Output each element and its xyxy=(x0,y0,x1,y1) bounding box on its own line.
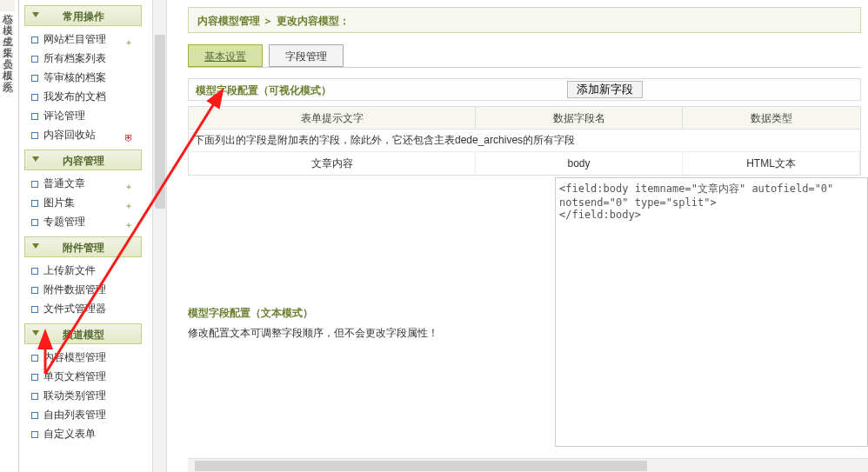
sidebar-group-attach[interactable]: 附件管理 xyxy=(24,236,142,257)
sidebar-item-label: 等审核的档案 xyxy=(43,71,106,83)
sidebar-item-label: 内容回收站 xyxy=(43,129,96,141)
scrollbar-horizontal[interactable] xyxy=(188,458,868,472)
grid-header-type: 数据类型 xyxy=(683,107,860,130)
sidebar-group-label: 附件管理 xyxy=(63,242,104,254)
sidebar-item-model-mgmt[interactable]: 内容模型管理 xyxy=(31,348,142,367)
sidebar-group-label: 内容管理 xyxy=(63,155,104,167)
sidebar-group-label: 常用操作 xyxy=(63,10,104,23)
sidebar-item-linkage[interactable]: 联动类别管理 xyxy=(31,386,142,405)
sidebar-item-upload[interactable]: 上传新文件 xyxy=(31,261,142,280)
sidebar-group-common[interactable]: 常用操作 xyxy=(24,5,142,26)
grid-cell-label: 文章内容 xyxy=(189,152,476,175)
sidebar-item-label: 专题管理 xyxy=(43,216,85,228)
sidebar-item-label: 自定义表单 xyxy=(43,428,96,440)
plus-icon: ＋ xyxy=(124,196,135,207)
sidebar-item-label: 上传新文件 xyxy=(43,264,96,276)
sidebar-item-label: 评论管理 xyxy=(43,110,85,122)
vertical-nav: 核心 模块 生成 采集 会员 模板 系统 xyxy=(0,0,19,472)
vnav-item[interactable]: 系统 xyxy=(0,68,15,79)
grid-cell-name: body xyxy=(476,152,683,175)
plus-icon: ＋ xyxy=(124,216,135,226)
tabs: 基本设置 字段管理 xyxy=(188,43,861,68)
chevron-down-icon xyxy=(32,156,39,162)
grid-header-name: 数据字段名 xyxy=(476,107,683,130)
visual-config-bar: 模型字段配置（可视化模式） 添加新字段 xyxy=(188,78,861,101)
vnav-item[interactable]: 核心 xyxy=(0,0,15,11)
chevron-down-icon xyxy=(32,243,39,249)
grid-note: 下面列出的字段是附加表的字段，除此外，它还包含主表dede_archives的所… xyxy=(189,130,860,152)
sidebar-item-label: 我发布的文档 xyxy=(43,90,106,103)
sidebar-item-label: 自由列表管理 xyxy=(43,409,106,421)
chevron-down-icon xyxy=(32,12,39,17)
sidebar-item-diyform[interactable]: 自定义表单 xyxy=(31,424,142,443)
sidebar-item-label: 网站栏目管理 xyxy=(43,33,106,45)
field-grid: 表单提示文字 数据字段名 数据类型 下面列出的字段是附加表的字段，除此外，它还包… xyxy=(188,106,861,176)
sidebar-item-singlepage[interactable]: 单页文档管理 xyxy=(31,367,142,386)
sidebar-item-all-archives[interactable]: 所有档案列表 xyxy=(31,49,142,68)
vnav-item[interactable]: 采集 xyxy=(0,34,15,45)
sidebar-item-pending[interactable]: 等审核的档案 xyxy=(31,68,142,87)
vnav-item[interactable]: 模板 xyxy=(0,57,15,68)
sidebar-item-article[interactable]: 普通文章 ＋ xyxy=(31,174,142,193)
sidebar-item-gallery[interactable]: 图片集 ＋ xyxy=(31,193,142,212)
sidebar-item-recycle[interactable]: 内容回收站 ⛨ xyxy=(31,125,142,144)
tab-basic[interactable]: 基本设置 xyxy=(188,44,263,67)
sidebar-item-label: 普通文章 xyxy=(43,177,85,189)
sidebar-item-mydocs[interactable]: 我发布的文档 xyxy=(31,87,142,106)
shield-icon: ⛨ xyxy=(124,129,135,139)
vnav-item[interactable]: 会员 xyxy=(0,45,15,57)
sidebar-item-filemgr[interactable]: 文件式管理器 xyxy=(31,299,142,318)
sidebar-group-content[interactable]: 内容管理 xyxy=(24,150,142,170)
breadcrumb-a[interactable]: 内容模型管理 xyxy=(197,15,260,27)
sidebar-item-label: 文件式管理器 xyxy=(43,302,106,315)
sidebar-item-freelist[interactable]: 自由列表管理 xyxy=(31,405,142,424)
sidebar-group-label: 频道模型 xyxy=(63,329,104,341)
visual-config-title: 模型字段配置（可视化模式） xyxy=(189,84,331,96)
grid-cell-type: HTML文本 xyxy=(683,152,860,175)
sidebar-group-channel[interactable]: 频道模型 xyxy=(24,323,142,344)
sidebar-item-label: 图片集 xyxy=(43,196,75,209)
add-field-button[interactable]: 添加新字段 xyxy=(567,81,643,98)
sidebar-item-label: 所有档案列表 xyxy=(43,52,106,64)
breadcrumb: 内容模型管理 ＞ 更改内容模型： xyxy=(188,7,861,33)
sidebar-item-comments[interactable]: 评论管理 xyxy=(31,106,142,125)
breadcrumb-b: 更改内容模型： xyxy=(277,15,350,27)
sidebar-item-label: 联动类别管理 xyxy=(43,389,106,402)
plus-icon: ＋ xyxy=(124,33,135,43)
breadcrumb-sep: ＞ xyxy=(263,15,273,27)
plus-icon: ＋ xyxy=(124,177,135,188)
sidebar: 常用操作 网站栏目管理 ＋ 所有档案列表 等审核的档案 我发布的文档 评论管理 … xyxy=(24,0,142,472)
sidebar-item-label: 附件数据管理 xyxy=(43,283,106,296)
field-code-textarea[interactable]: <field:body itemname="文章内容" autofield="0… xyxy=(555,177,868,447)
sidebar-item-special[interactable]: 专题管理 ＋ xyxy=(31,212,142,231)
main-panel: 内容模型管理 ＞ 更改内容模型： 基本设置 字段管理 模型字段配置（可视化模式）… xyxy=(152,0,868,472)
vnav-item[interactable]: 模块 xyxy=(0,11,15,23)
sidebar-item-label: 单页文档管理 xyxy=(43,370,106,382)
sidebar-item-attach-data[interactable]: 附件数据管理 xyxy=(31,280,142,299)
tab-fields[interactable]: 字段管理 xyxy=(269,44,344,67)
vnav-item[interactable]: 生成 xyxy=(0,23,15,34)
sidebar-item-label: 内容模型管理 xyxy=(43,351,106,363)
grid-header-label: 表单提示文字 xyxy=(189,107,476,130)
chevron-down-icon xyxy=(32,330,39,336)
sidebar-item-columns[interactable]: 网站栏目管理 ＋ xyxy=(31,30,142,49)
